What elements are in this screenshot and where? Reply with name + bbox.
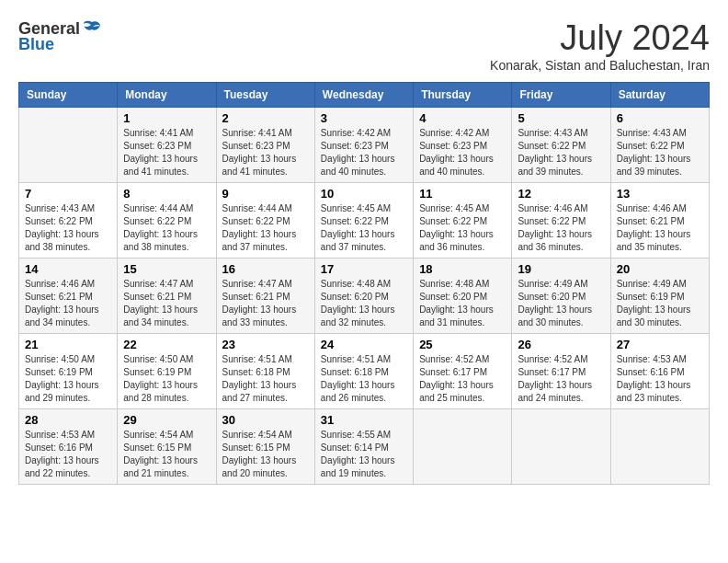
day-number: 3 — [321, 111, 407, 125]
day-number: 9 — [222, 187, 309, 201]
calendar-cell: 4Sunrise: 4:42 AM Sunset: 6:23 PM Daylig… — [414, 108, 512, 183]
calendar-cell: 17Sunrise: 4:48 AM Sunset: 6:20 PM Dayli… — [314, 259, 413, 334]
week-row-3: 14Sunrise: 4:46 AM Sunset: 6:21 PM Dayli… — [19, 259, 710, 334]
calendar-cell — [610, 409, 709, 485]
header-day-saturday: Saturday — [610, 83, 709, 108]
day-number: 11 — [419, 187, 506, 201]
header-day-wednesday: Wednesday — [314, 83, 413, 108]
calendar-cell: 9Sunrise: 4:44 AM Sunset: 6:22 PM Daylig… — [216, 183, 314, 259]
day-number: 16 — [222, 262, 309, 276]
day-number: 30 — [222, 413, 309, 427]
day-info: Sunrise: 4:52 AM Sunset: 6:17 PM Dayligh… — [419, 353, 506, 405]
calendar-cell: 25Sunrise: 4:52 AM Sunset: 6:17 PM Dayli… — [414, 334, 512, 409]
calendar-cell: 5Sunrise: 4:43 AM Sunset: 6:22 PM Daylig… — [512, 108, 610, 183]
header-day-thursday: Thursday — [414, 83, 512, 108]
day-number: 8 — [123, 187, 210, 201]
calendar-table: SundayMondayTuesdayWednesdayThursdayFrid… — [18, 82, 710, 485]
day-number: 23 — [222, 338, 309, 351]
day-info: Sunrise: 4:53 AM Sunset: 6:16 PM Dayligh… — [25, 429, 111, 480]
calendar-cell: 29Sunrise: 4:54 AM Sunset: 6:15 PM Dayli… — [118, 409, 216, 485]
calendar-cell: 22Sunrise: 4:50 AM Sunset: 6:19 PM Dayli… — [118, 334, 216, 409]
week-row-2: 7Sunrise: 4:43 AM Sunset: 6:22 PM Daylig… — [19, 183, 710, 259]
day-number: 17 — [321, 262, 407, 276]
day-info: Sunrise: 4:45 AM Sunset: 6:22 PM Dayligh… — [321, 202, 407, 254]
calendar-cell: 26Sunrise: 4:52 AM Sunset: 6:17 PM Dayli… — [512, 334, 610, 409]
week-row-5: 28Sunrise: 4:53 AM Sunset: 6:16 PM Dayli… — [19, 409, 710, 485]
day-number: 1 — [123, 111, 210, 125]
day-number: 24 — [321, 338, 407, 351]
calendar-cell: 28Sunrise: 4:53 AM Sunset: 6:16 PM Dayli… — [19, 409, 118, 485]
calendar-cell: 14Sunrise: 4:46 AM Sunset: 6:21 PM Dayli… — [19, 259, 118, 334]
day-info: Sunrise: 4:43 AM Sunset: 6:22 PM Dayligh… — [25, 202, 111, 254]
day-number: 15 — [123, 262, 210, 276]
day-number: 13 — [617, 187, 703, 201]
calendar-cell: 16Sunrise: 4:47 AM Sunset: 6:21 PM Dayli… — [216, 259, 314, 334]
calendar-cell — [512, 409, 610, 485]
page-header: General Blue July 2024 Konarak, Sistan a… — [18, 18, 710, 73]
day-info: Sunrise: 4:42 AM Sunset: 6:23 PM Dayligh… — [321, 127, 407, 178]
day-info: Sunrise: 4:50 AM Sunset: 6:19 PM Dayligh… — [123, 353, 210, 405]
day-info: Sunrise: 4:46 AM Sunset: 6:21 PM Dayligh… — [617, 202, 703, 254]
month-year-title: July 2024 — [490, 18, 710, 58]
day-number: 21 — [25, 338, 111, 351]
title-area: July 2024 Konarak, Sistan and Baluchesta… — [490, 18, 710, 73]
day-info: Sunrise: 4:49 AM Sunset: 6:20 PM Dayligh… — [518, 278, 604, 329]
calendar-cell: 27Sunrise: 4:53 AM Sunset: 6:16 PM Dayli… — [610, 334, 709, 409]
day-number: 25 — [419, 338, 506, 351]
logo-bird-icon — [82, 18, 102, 39]
calendar-cell: 21Sunrise: 4:50 AM Sunset: 6:19 PM Dayli… — [19, 334, 118, 409]
day-info: Sunrise: 4:48 AM Sunset: 6:20 PM Dayligh… — [419, 278, 506, 329]
calendar-cell: 23Sunrise: 4:51 AM Sunset: 6:18 PM Dayli… — [216, 334, 314, 409]
location-text: Konarak, Sistan and Baluchestan, Iran — [490, 58, 710, 73]
calendar-cell: 10Sunrise: 4:45 AM Sunset: 6:22 PM Dayli… — [314, 183, 413, 259]
day-info: Sunrise: 4:48 AM Sunset: 6:20 PM Dayligh… — [321, 278, 407, 329]
calendar-cell: 12Sunrise: 4:46 AM Sunset: 6:22 PM Dayli… — [512, 183, 610, 259]
header-day-sunday: Sunday — [19, 83, 118, 108]
day-number: 14 — [25, 262, 111, 276]
header-day-friday: Friday — [512, 83, 610, 108]
day-info: Sunrise: 4:47 AM Sunset: 6:21 PM Dayligh… — [222, 278, 309, 329]
calendar-cell: 3Sunrise: 4:42 AM Sunset: 6:23 PM Daylig… — [314, 108, 413, 183]
day-info: Sunrise: 4:44 AM Sunset: 6:22 PM Dayligh… — [222, 202, 309, 254]
day-number: 12 — [518, 187, 604, 201]
day-info: Sunrise: 4:42 AM Sunset: 6:23 PM Dayligh… — [419, 127, 506, 178]
day-number: 27 — [617, 338, 703, 351]
calendar-cell: 18Sunrise: 4:48 AM Sunset: 6:20 PM Dayli… — [414, 259, 512, 334]
day-info: Sunrise: 4:49 AM Sunset: 6:19 PM Dayligh… — [617, 278, 703, 329]
calendar-cell: 31Sunrise: 4:55 AM Sunset: 6:14 PM Dayli… — [314, 409, 413, 485]
day-info: Sunrise: 4:45 AM Sunset: 6:22 PM Dayligh… — [419, 202, 506, 254]
day-number: 10 — [321, 187, 407, 201]
calendar-cell: 20Sunrise: 4:49 AM Sunset: 6:19 PM Dayli… — [610, 259, 709, 334]
day-number: 7 — [25, 187, 111, 201]
day-info: Sunrise: 4:41 AM Sunset: 6:23 PM Dayligh… — [123, 127, 210, 178]
day-info: Sunrise: 4:47 AM Sunset: 6:21 PM Dayligh… — [123, 278, 210, 329]
calendar-cell: 8Sunrise: 4:44 AM Sunset: 6:22 PM Daylig… — [118, 183, 216, 259]
week-row-4: 21Sunrise: 4:50 AM Sunset: 6:19 PM Dayli… — [19, 334, 710, 409]
day-info: Sunrise: 4:51 AM Sunset: 6:18 PM Dayligh… — [222, 353, 309, 405]
logo-blue-text: Blue — [18, 35, 54, 54]
day-number: 29 — [123, 413, 210, 427]
calendar-cell: 1Sunrise: 4:41 AM Sunset: 6:23 PM Daylig… — [118, 108, 216, 183]
header-day-monday: Monday — [118, 83, 216, 108]
calendar-cell: 15Sunrise: 4:47 AM Sunset: 6:21 PM Dayli… — [118, 259, 216, 334]
day-number: 20 — [617, 262, 703, 276]
day-number: 22 — [123, 338, 210, 351]
logo: General Blue — [18, 18, 102, 54]
calendar-cell: 13Sunrise: 4:46 AM Sunset: 6:21 PM Dayli… — [610, 183, 709, 259]
day-info: Sunrise: 4:55 AM Sunset: 6:14 PM Dayligh… — [321, 429, 407, 480]
calendar-cell: 6Sunrise: 4:43 AM Sunset: 6:22 PM Daylig… — [610, 108, 709, 183]
day-info: Sunrise: 4:46 AM Sunset: 6:21 PM Dayligh… — [25, 278, 111, 329]
day-number: 26 — [518, 338, 604, 351]
calendar-cell: 2Sunrise: 4:41 AM Sunset: 6:23 PM Daylig… — [216, 108, 314, 183]
calendar-cell: 30Sunrise: 4:54 AM Sunset: 6:15 PM Dayli… — [216, 409, 314, 485]
day-info: Sunrise: 4:41 AM Sunset: 6:23 PM Dayligh… — [222, 127, 309, 178]
header-row: SundayMondayTuesdayWednesdayThursdayFrid… — [19, 83, 710, 108]
calendar-cell: 24Sunrise: 4:51 AM Sunset: 6:18 PM Dayli… — [314, 334, 413, 409]
calendar-cell: 7Sunrise: 4:43 AM Sunset: 6:22 PM Daylig… — [19, 183, 118, 259]
day-info: Sunrise: 4:54 AM Sunset: 6:15 PM Dayligh… — [123, 429, 210, 480]
day-info: Sunrise: 4:46 AM Sunset: 6:22 PM Dayligh… — [518, 202, 604, 254]
day-info: Sunrise: 4:54 AM Sunset: 6:15 PM Dayligh… — [222, 429, 309, 480]
calendar-cell: 19Sunrise: 4:49 AM Sunset: 6:20 PM Dayli… — [512, 259, 610, 334]
day-number: 19 — [518, 262, 604, 276]
day-number: 5 — [518, 111, 604, 125]
